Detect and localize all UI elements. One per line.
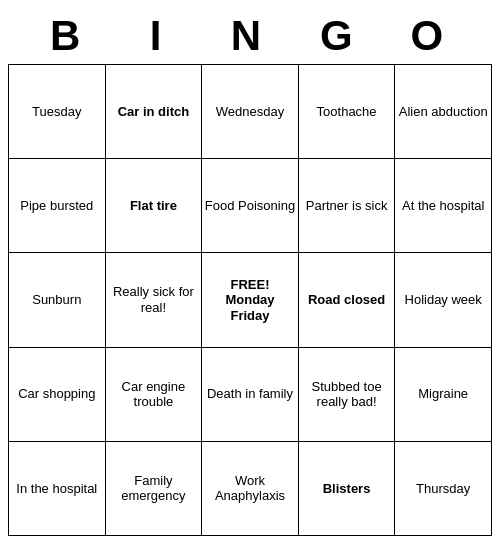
bingo-title: B I N G O [8,8,492,64]
title-o: O [386,12,476,60]
cell-2-0: Sunburn [9,253,106,347]
title-i: I [114,12,204,60]
cell-4-4: Thursday [395,441,492,535]
cell-0-2: Wednesday [202,65,299,159]
cell-2-2: FREE! Monday Friday [202,253,299,347]
cell-1-1: Flat tire [105,159,202,253]
cell-3-1: Car engine trouble [105,347,202,441]
cell-4-3: Blisters [298,441,395,535]
cell-0-0: Tuesday [9,65,106,159]
cell-2-3: Road closed [298,253,395,347]
cell-1-2: Food Poisoning [202,159,299,253]
cell-0-1: Car in ditch [105,65,202,159]
cell-1-3: Partner is sick [298,159,395,253]
cell-2-4: Holiday week [395,253,492,347]
title-b: B [24,12,114,60]
cell-1-0: Pipe bursted [9,159,106,253]
cell-1-4: At the hospital [395,159,492,253]
bingo-grid: TuesdayCar in ditchWednesdayToothacheAli… [8,64,492,536]
cell-3-0: Car shopping [9,347,106,441]
cell-3-3: Stubbed toe really bad! [298,347,395,441]
cell-2-1: Really sick for real! [105,253,202,347]
title-g: G [295,12,385,60]
cell-4-2: Work Anaphylaxis [202,441,299,535]
cell-3-2: Death in family [202,347,299,441]
cell-3-4: Migraine [395,347,492,441]
cell-0-4: Alien abduction [395,65,492,159]
cell-4-0: In the hospital [9,441,106,535]
title-n: N [205,12,295,60]
cell-4-1: Family emergency [105,441,202,535]
cell-0-3: Toothache [298,65,395,159]
